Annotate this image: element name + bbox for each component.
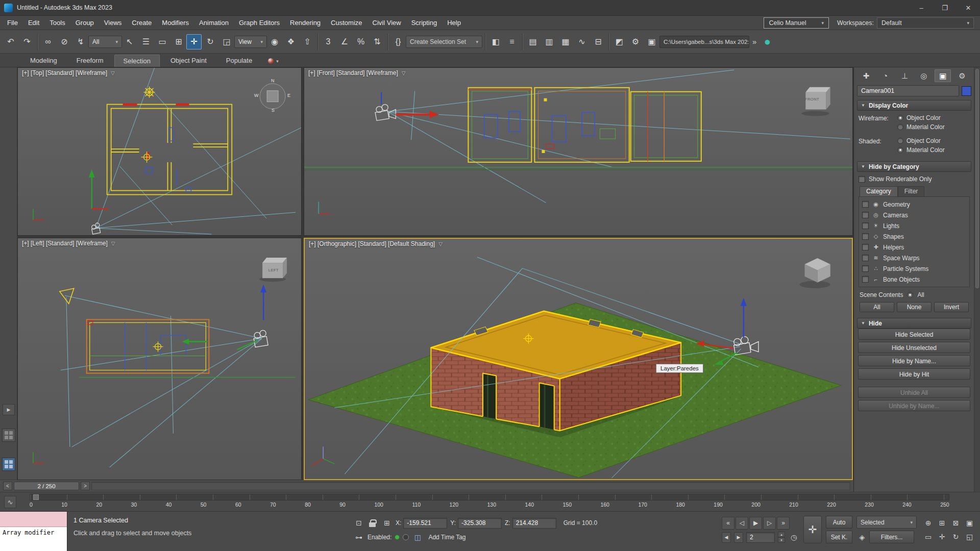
category-checkbox[interactable] — [862, 255, 869, 261]
toggle-scene-explorer-button[interactable]: ▤ — [525, 34, 541, 49]
shaded-object-color-radio[interactable]: Object Color — [897, 137, 970, 144]
menu-item[interactable]: Tools — [44, 16, 70, 30]
front-viewport-canvas[interactable] — [304, 68, 852, 235]
time-slider-handle[interactable]: 2 / 250 — [14, 482, 79, 490]
ribbon-sphere-icon[interactable] — [268, 58, 274, 64]
key-mode-icon[interactable]: ⊶ — [353, 532, 364, 543]
menu-item[interactable]: File — [2, 16, 23, 30]
category-row[interactable]: ∴ Particle Systems — [860, 263, 968, 274]
ribbon-tab[interactable]: Object Paint — [162, 55, 215, 67]
viewport-top[interactable]: [+] [Top] [Standard] [Wireframe] ▽ N E S… — [17, 67, 302, 236]
select-and-scale-button[interactable]: ◲ — [219, 34, 234, 49]
hide-rollout-header[interactable]: ▼ Hide — [857, 318, 971, 329]
selection-lock-toggle[interactable] — [369, 522, 376, 527]
track-bar[interactable]: ∿ 01020304050607080901001101201301401501… — [0, 492, 980, 511]
category-row[interactable]: ☀ Lights — [860, 220, 968, 231]
time-slider-track[interactable] — [91, 482, 850, 490]
category-row[interactable]: ◎ Cameras — [860, 210, 968, 220]
align-button[interactable]: ≡ — [504, 34, 520, 49]
viewport-filter-icon[interactable]: ▽ — [111, 241, 115, 246]
hide-by-hit-button[interactable]: Hide by Hit — [858, 368, 970, 380]
layout-tabs-expand-button[interactable]: ▶ — [3, 404, 15, 415]
viewcube-front-face[interactable]: FRONT — [799, 97, 825, 102]
hide-by-category-rollout-header[interactable]: ▼ Hide by Category — [857, 161, 971, 172]
use-pivot-point-center-button[interactable]: ◉ — [267, 34, 282, 49]
compass-south-label[interactable]: S — [272, 108, 275, 113]
menu-item[interactable]: Group — [70, 16, 99, 30]
tab-display[interactable]: ▣ — [935, 69, 951, 82]
viewport-label-text[interactable]: [+] [Top] [Standard] [Wireframe] — [22, 69, 107, 77]
isolate-selection-toggle[interactable]: ⊡ — [353, 517, 364, 529]
go-to-start-button[interactable]: « — [722, 517, 734, 530]
spinner-up-icon[interactable]: ▴ — [778, 532, 785, 537]
orbit-button[interactable]: ↻ — [949, 530, 962, 543]
set-keys-button[interactable]: ✛ — [803, 516, 822, 543]
object-color-swatch[interactable] — [962, 86, 971, 96]
category-filter-tab[interactable]: Filter — [898, 186, 925, 196]
key-step-forward-button[interactable]: ▶ — [734, 532, 743, 543]
rectangular-selection-region-button[interactable]: ▭ — [155, 34, 170, 49]
panel-scrollbar[interactable] — [974, 67, 980, 492]
compass-north-label[interactable]: N — [271, 78, 275, 83]
viewport-filter-icon[interactable]: ▽ — [111, 70, 115, 76]
category-filter-tab[interactable]: Category — [860, 186, 898, 196]
viewport-label-text[interactable]: [+] [Left] [Standard] [Wireframe] — [22, 240, 108, 247]
shaded-material-color-radio[interactable]: Material Color — [897, 146, 970, 154]
select-by-name-button[interactable]: ☰ — [138, 34, 154, 49]
left-viewport-canvas[interactable] — [18, 238, 301, 480]
selection-filter-dropdown[interactable]: All ▾ — [88, 36, 122, 48]
category-none-button[interactable]: None — [897, 302, 932, 312]
minimize-button[interactable]: – — [910, 0, 933, 15]
previous-frame-arrow-button[interactable]: < — [3, 482, 12, 490]
hide-by-name-button[interactable]: Hide by Name... — [858, 355, 970, 366]
show-renderable-only-checkbox[interactable]: Show Renderable Only — [859, 176, 970, 183]
compass-west-label[interactable]: W — [254, 93, 259, 98]
coordinate-value-field[interactable]: -325.308 — [458, 518, 502, 529]
category-all-button[interactable]: All — [860, 302, 894, 312]
viewport-orthographic[interactable]: [+] [Orthographic] [Standard] [Default S… — [304, 238, 853, 480]
zoom-extents-button[interactable]: ⊠ — [949, 516, 962, 529]
rendered-frame-window-button[interactable]: ▣ — [644, 34, 659, 49]
absolute-offset-mode-toggle[interactable]: ⊞ — [381, 517, 393, 529]
workspace-dropdown[interactable]: Default ▾ — [877, 17, 974, 29]
curve-editor-button[interactable]: ∿ — [574, 34, 590, 49]
material-editor-button[interactable]: ◩ — [611, 34, 627, 49]
maximize-viewport-toggle[interactable]: ◱ — [963, 530, 976, 543]
toggle-layer-explorer-button[interactable]: ▥ — [542, 34, 557, 49]
key-step-back-button[interactable]: ◀ — [722, 532, 731, 543]
track-bar-band[interactable] — [30, 494, 949, 500]
macro-recorder-pane[interactable] — [0, 512, 67, 527]
mini-listener-pane[interactable]: Array modifier — [0, 527, 67, 551]
toggle-ribbon-button[interactable]: ▦ — [558, 34, 573, 49]
go-to-end-button[interactable]: » — [777, 517, 790, 530]
property-cube-icon[interactable]: ◫ — [412, 532, 423, 543]
mute-indicator[interactable] — [403, 534, 409, 540]
ribbon-minimize-icon[interactable]: ▾ — [276, 59, 279, 64]
category-checkbox[interactable] — [862, 222, 869, 229]
tab-hierarchy[interactable]: ⊥ — [896, 69, 913, 82]
viewport-front[interactable]: [+] [Front] [Standard] [Wireframe] ▽ FRO… — [304, 67, 853, 236]
next-frame-arrow-button[interactable]: > — [81, 482, 90, 490]
ribbon-tab[interactable]: Selection — [114, 55, 160, 67]
viewport-label-text[interactable]: [+] [Front] [Standard] [Wireframe] — [308, 69, 398, 77]
maxscript-mini-listener[interactable]: Array modifier — [0, 512, 67, 551]
previous-frame-button[interactable]: ◁ — [736, 517, 748, 530]
named-selection-set-combo[interactable]: Create Selection Set ▾ — [406, 36, 482, 48]
category-checkbox[interactable] — [862, 233, 869, 240]
render-production-button[interactable]: ● — [760, 34, 775, 49]
maximize-button[interactable]: ❐ — [933, 0, 957, 15]
close-button[interactable]: ✕ — [957, 0, 980, 15]
tab-modify[interactable]: ◔ — [877, 69, 894, 82]
set-key-button[interactable]: Set K. — [826, 531, 852, 543]
zoom-region-button[interactable]: ▭ — [922, 530, 935, 543]
redo-button[interactable]: ↷ — [19, 34, 35, 49]
select-and-rotate-button[interactable]: ↻ — [203, 34, 218, 49]
menu-item[interactable]: Graph Editors — [234, 16, 285, 30]
viewport-left[interactable]: [+] [Left] [Standard] [Wireframe] ▽ LEFT — [17, 238, 302, 480]
category-row[interactable]: ✚ Helpers — [860, 242, 968, 253]
next-frame-button[interactable]: ▷ — [763, 517, 776, 530]
undo-button[interactable]: ↶ — [3, 34, 18, 49]
select-and-link-button[interactable]: ∞ — [40, 34, 56, 49]
menu-item[interactable]: Customize — [326, 16, 367, 30]
scene-contents-all-radio[interactable] — [907, 292, 913, 298]
